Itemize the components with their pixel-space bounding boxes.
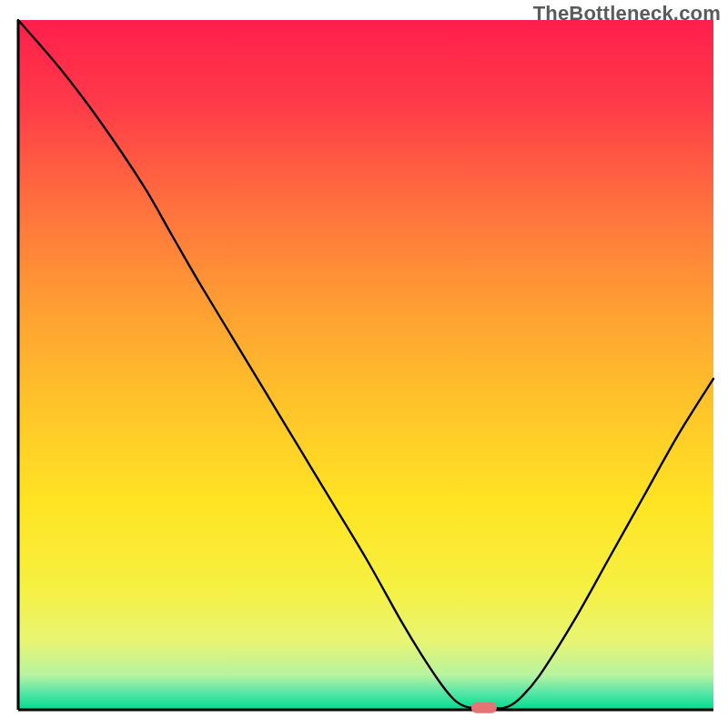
attribution-label: TheBottleneck.com (533, 2, 721, 25)
optimum-marker (471, 703, 497, 713)
chart-svg (0, 0, 728, 728)
bottleneck-chart: TheBottleneck.com (0, 0, 728, 728)
plot-background (18, 20, 713, 710)
